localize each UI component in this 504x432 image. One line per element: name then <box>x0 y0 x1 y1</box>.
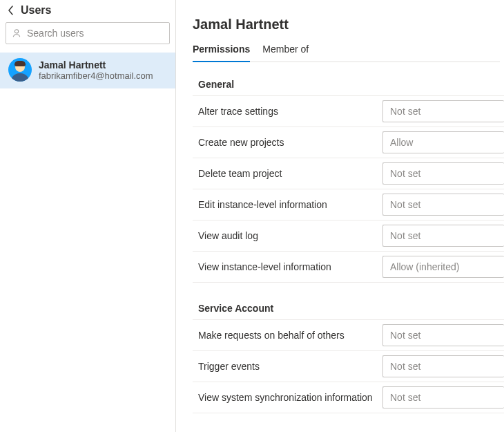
permission-label: Edit instance-level information <box>198 199 327 210</box>
permission-select[interactable]: Not set <box>382 225 504 247</box>
permission-row: Create new projectsAllow <box>193 126 504 158</box>
group-title: General <box>193 75 504 95</box>
tab-permissions[interactable]: Permissions <box>193 44 250 62</box>
permission-row: View audit logNot set <box>193 220 504 251</box>
permission-select[interactable]: Allow <box>382 131 504 153</box>
permission-select[interactable]: Not set <box>382 194 504 216</box>
permission-label: View instance-level information <box>198 261 331 272</box>
permission-label: View audit log <box>198 230 258 241</box>
main-panel: Jamal Hartnett Permissions Member of Gen… <box>176 0 504 432</box>
avatar <box>8 58 32 82</box>
permission-row: Delete team projectNot set <box>193 158 504 189</box>
sidebar-title: Users <box>21 4 51 17</box>
tab-member-of[interactable]: Member of <box>262 44 309 62</box>
permission-select[interactable]: Not set <box>382 100 504 122</box>
permission-row: View system synchronization informationN… <box>193 382 504 413</box>
back-icon[interactable] <box>6 5 17 16</box>
page-title: Jamal Hartnett <box>193 17 504 32</box>
permission-row: Trigger eventsNot set <box>193 350 504 382</box>
permission-select[interactable]: Allow (inherited) <box>382 256 504 278</box>
permission-label: Trigger events <box>198 361 260 372</box>
permission-row: View instance-level informationAllow (in… <box>193 251 504 282</box>
permission-select[interactable]: Not set <box>382 355 504 377</box>
group-divider <box>193 282 504 299</box>
permission-row: Alter trace settingsNot set <box>193 95 504 126</box>
permission-select[interactable]: Not set <box>382 162 504 185</box>
user-row-jamal[interactable]: Jamal Hartnett fabrikamfiber4@hotmail.co… <box>0 53 175 88</box>
sidebar-header: Users <box>0 0 175 22</box>
search-box[interactable] <box>6 22 170 44</box>
group-title: Service Account <box>193 299 504 319</box>
user-icon <box>12 28 21 38</box>
permission-row: Make requests on behalf of othersNot set <box>193 319 504 350</box>
svg-point-0 <box>14 30 18 33</box>
permission-label: Delete team project <box>198 168 282 179</box>
group-title: Boards <box>193 429 504 432</box>
app-root: Users Jamal Hartnett fabrikamfiber4@hotm… <box>0 0 504 432</box>
user-email: fabrikamfiber4@hotmail.com <box>39 71 153 81</box>
permission-row: Edit instance-level informationNot set <box>193 189 504 220</box>
permission-label: Alter trace settings <box>198 106 278 117</box>
user-name: Jamal Hartnett <box>39 59 153 71</box>
tab-bar: Permissions Member of <box>193 44 500 62</box>
permissions-list[interactable]: GeneralAlter trace settingsNot setCreate… <box>193 75 504 432</box>
permission-label: View system synchronization information <box>198 392 373 403</box>
permission-select[interactable]: Not set <box>382 386 504 408</box>
search-wrap <box>0 22 175 53</box>
user-meta: Jamal Hartnett fabrikamfiber4@hotmail.co… <box>39 59 153 81</box>
sidebar: Users Jamal Hartnett fabrikamfiber4@hotm… <box>0 0 176 432</box>
group-divider <box>193 413 504 429</box>
permission-select[interactable]: Not set <box>382 324 504 346</box>
permission-label: Make requests on behalf of others <box>198 330 345 341</box>
search-input[interactable] <box>27 28 164 39</box>
permission-label: Create new projects <box>198 137 284 148</box>
